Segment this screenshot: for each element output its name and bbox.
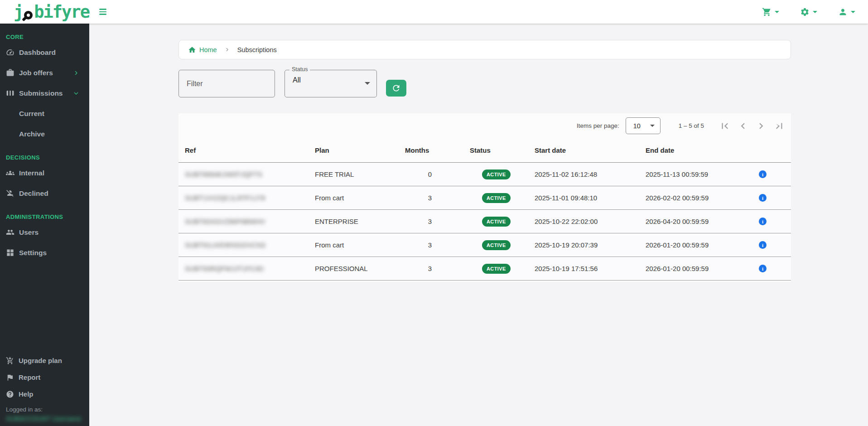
cell-plan: ENTERPRISE <box>315 218 405 225</box>
table-row: SUBT91LKR3RSGDVCN3From cart3ACTIVE2025-1… <box>178 233 791 257</box>
status-badge: ACTIVE <box>482 240 511 250</box>
cell-start-date: 2025-11-02 16:12:48 <box>535 170 646 178</box>
person-off-icon <box>6 189 14 198</box>
sidebar-item-job-offers[interactable]: Job offers <box>0 63 89 83</box>
sidebar-footer-item-report[interactable]: Report <box>0 369 89 386</box>
cart-menu[interactable] <box>762 7 779 17</box>
info-button[interactable]: i <box>759 194 767 202</box>
status-badge: ACTIVE <box>482 264 511 274</box>
chevron-left-icon <box>737 120 749 132</box>
chevron-down-icon <box>650 125 655 127</box>
top-navbar: j bifyre <box>0 0 868 24</box>
columns-icon <box>6 89 14 97</box>
caret-down-icon <box>813 11 817 13</box>
paginator-buttons <box>716 117 788 135</box>
status-badge: ACTIVE <box>482 169 511 179</box>
sidebar-item-dashboard[interactable]: Dashboard <box>0 42 89 63</box>
logged-in-label: Logged in as: <box>0 402 89 413</box>
chevron-down-icon <box>72 89 80 97</box>
status-badge: ACTIVE <box>482 193 511 203</box>
sidebar-item-label: Dashboard <box>19 48 56 57</box>
chevron-right-icon <box>224 46 231 53</box>
cell-ref: SUBT83XGVZ86P6BWHV <box>185 218 265 225</box>
account-menu[interactable] <box>838 7 855 17</box>
info-button[interactable]: i <box>759 170 767 178</box>
settings-menu[interactable] <box>800 7 817 17</box>
first-page-button[interactable] <box>716 117 734 135</box>
sidebar-item-declined[interactable]: Declined <box>0 183 89 203</box>
cell-end-date: 2026-02-02 00:59:59 <box>646 194 759 202</box>
sidebar-footer-label: Upgrade plan <box>19 357 62 364</box>
chevron-right-icon <box>755 120 767 132</box>
person-icon <box>838 7 848 17</box>
column-header-months: Months <box>405 146 470 154</box>
sidebar-item-users[interactable]: Users <box>0 222 89 242</box>
breadcrumb-home-label: Home <box>199 46 217 53</box>
cell-end-date: 2026-01-20 00:59:59 <box>646 241 759 249</box>
items-per-page-label: Items per page: <box>577 122 619 129</box>
brand-logo[interactable]: j bifyre <box>14 4 89 20</box>
filter-input[interactable] <box>178 70 275 97</box>
chevron-right-icon <box>72 69 80 77</box>
next-page-button[interactable] <box>752 117 770 135</box>
cell-ref: SUBT1XX2QC1LRTF1J78 <box>185 194 265 202</box>
info-button[interactable]: i <box>759 218 767 225</box>
table-row: SUBT8994K2W9TJQFTSFREE TRIAL0ACTIVE2025-… <box>178 163 791 186</box>
column-header-ref: Ref <box>185 146 315 154</box>
magnifier-icon <box>24 11 33 19</box>
home-icon <box>188 46 196 54</box>
status-select[interactable]: Status All <box>285 70 377 97</box>
breadcrumb-current: Subscriptions <box>237 46 277 53</box>
sidebar-footer-label: Help <box>19 390 34 398</box>
cell-months: 0 <box>405 170 455 178</box>
sidebar-section-title: CORE <box>0 34 89 40</box>
sidebar-item-settings[interactable]: Settings <box>0 242 89 263</box>
last-page-button[interactable] <box>770 117 788 135</box>
cart-plus-icon <box>6 357 14 365</box>
cell-start-date: 2025-10-19 20:07:39 <box>535 241 646 249</box>
last-page-icon <box>773 120 785 132</box>
cell-end-date: 2025-11-13 00:59:59 <box>646 170 759 178</box>
cell-ref: SUBT8994K2W9TJQFTS <box>185 170 262 178</box>
caret-down-icon <box>775 11 779 13</box>
column-header-plan: Plan <box>315 146 405 154</box>
sidebar-footer-item-help[interactable]: Help <box>0 386 89 402</box>
cart-icon <box>762 7 772 17</box>
cell-months: 3 <box>405 241 455 249</box>
cell-months: 3 <box>405 194 455 202</box>
cell-ref: SUBT93RQFWJJT1FC4D <box>185 265 264 272</box>
refresh-button[interactable] <box>386 80 406 97</box>
briefcase-icon <box>6 68 14 77</box>
paginator: Items per page: 10 1 – 5 of 5 <box>178 113 791 138</box>
previous-page-button[interactable] <box>734 117 752 135</box>
info-button[interactable]: i <box>759 241 767 249</box>
logo-text-j: j <box>14 4 23 20</box>
table-row: SUBT1XX2QC1LRTF1J78From cart3ACTIVE2025-… <box>178 186 791 210</box>
menu-icon[interactable] <box>97 7 108 17</box>
cell-start-date: 2025-10-22 22:02:00 <box>535 218 646 225</box>
sidebar-item-internal[interactable]: Internal <box>0 163 89 183</box>
sidebar-subitem-current[interactable]: Current <box>0 103 89 124</box>
sidebar-footer-label: Report <box>19 373 40 381</box>
chevron-down-icon <box>365 82 370 85</box>
page-size-select[interactable]: 10 <box>626 117 661 134</box>
sidebar-item-submissions[interactable]: Submissions <box>0 83 89 103</box>
sidebar-subitem-archive[interactable]: Archive <box>0 124 89 144</box>
people-icon <box>6 228 14 237</box>
sidebar-footer: Upgrade planReportHelp Logged in as: SUB… <box>0 352 89 424</box>
cell-months: 3 <box>405 265 455 272</box>
sidebar-item-label: Settings <box>19 249 47 257</box>
first-page-icon <box>719 120 731 132</box>
grid-icon <box>6 248 14 257</box>
info-button[interactable]: i <box>759 265 767 272</box>
paginator-range: 1 – 5 of 5 <box>679 122 704 129</box>
cell-end-date: 2026-01-20 00:59:59 <box>646 265 759 272</box>
table-header-row: Ref Plan Months Status Start date End da… <box>178 138 791 163</box>
breadcrumb-home-link[interactable]: Home <box>188 46 217 54</box>
cell-plan: From cart <box>315 194 405 202</box>
sidebar-section-title: DECISIONS <box>0 154 89 161</box>
sidebar-footer-item-upgrade-plan[interactable]: Upgrade plan <box>0 352 89 369</box>
sidebar: COREDashboardJob offersSubmissionsCurren… <box>0 24 89 426</box>
breadcrumb: Home Subscriptions <box>178 40 791 59</box>
sidebar-nav: COREDashboardJob offersSubmissionsCurren… <box>0 34 89 263</box>
